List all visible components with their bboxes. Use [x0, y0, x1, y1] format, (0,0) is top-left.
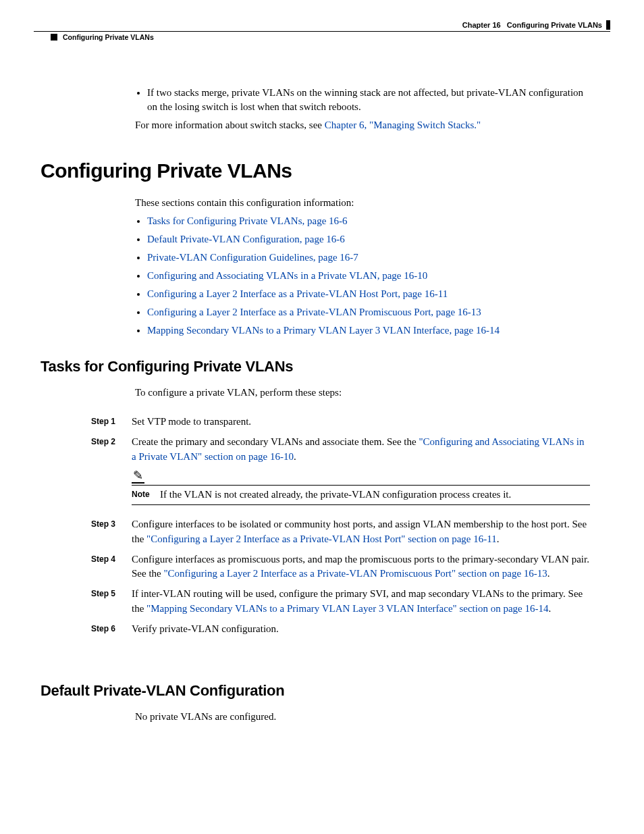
step-label: Step 5 — [91, 587, 132, 617]
header-decor-icon — [606, 20, 610, 30]
section-decor-icon — [51, 34, 57, 41]
step-label: Step 3 — [91, 517, 132, 547]
page-header: Chapter 16 Configuring Private VLANs — [34, 20, 610, 32]
step-label: Step 2 — [91, 435, 132, 512]
section-header: Configuring Private VLANs — [51, 33, 610, 41]
note-icon: ✎ — [132, 469, 144, 484]
step-label: Step 6 — [91, 622, 132, 637]
link-associating[interactable]: Configuring and Associating VLANs in a P… — [147, 270, 427, 281]
heading-default-config: Default Private-VLAN Configuration — [41, 682, 610, 700]
link-mapping[interactable]: Mapping Secondary VLANs to a Primary VLA… — [147, 325, 500, 336]
step-label: Step 1 — [91, 415, 132, 429]
heading-configuring-pvlans: Configuring Private VLANs — [41, 159, 610, 182]
step-row: Step 6 Verify private-VLAN configuration… — [91, 622, 590, 637]
note-label: Note — [132, 488, 160, 502]
step-body: Verify private-VLAN configuration. — [132, 622, 590, 637]
step-row: Step 2 Create the primary and secondary … — [91, 435, 590, 512]
intro-bullet: If two stacks merge, private VLANs on th… — [147, 86, 590, 114]
steps-list: Step 1 Set VTP mode to transparent. Step… — [91, 415, 590, 636]
step-body: Configure interfaces to be isolated or c… — [132, 517, 590, 547]
step-label: Step 4 — [91, 552, 132, 582]
heading-tasks: Tasks for Configuring Private VLANs — [41, 358, 610, 375]
intro-bullet-list: If two stacks merge, private VLANs on th… — [135, 86, 590, 114]
step-row: Step 5 If inter-VLAN routing will be use… — [91, 587, 590, 617]
more-info-paragraph: For more information about switch stacks… — [135, 118, 590, 132]
link-step4[interactable]: "Configuring a Layer 2 Interface as a Pr… — [163, 568, 547, 579]
link-default-config[interactable]: Default Private-VLAN Configuration, page… — [147, 234, 345, 244]
link-managing-stacks[interactable]: Chapter 6, "Managing Switch Stacks." — [325, 120, 481, 130]
link-promiscuous[interactable]: Configuring a Layer 2 Interface as a Pri… — [147, 307, 481, 317]
step-row: Step 3 Configure interfaces to be isolat… — [91, 517, 590, 547]
chapter-number: Chapter 16 — [462, 21, 501, 29]
sections-intro: These sections contain this configuratio… — [135, 196, 590, 210]
step-row: Step 4 Configure interfaces as promiscuo… — [91, 552, 590, 582]
link-host-port[interactable]: Configuring a Layer 2 Interface as a Pri… — [147, 288, 448, 299]
step-body: Set VTP mode to transparent. — [132, 415, 590, 429]
section-links-list: Tasks for Configuring Private VLANs, pag… — [135, 214, 590, 338]
step-row: Step 1 Set VTP mode to transparent. — [91, 415, 590, 429]
link-step5[interactable]: "Mapping Secondary VLANs to a Primary VL… — [146, 603, 548, 614]
step-body: Configure interfaces as promiscuous port… — [132, 552, 590, 582]
link-step3[interactable]: "Configuring a Layer 2 Interface as a Pr… — [146, 533, 497, 544]
section-title: Configuring Private VLANs — [63, 33, 154, 41]
link-tasks[interactable]: Tasks for Configuring Private VLANs, pag… — [147, 215, 348, 226]
note-body: If the VLAN is not created already, the … — [160, 488, 511, 502]
step-body: If inter-VLAN routing will be used, conf… — [132, 587, 590, 617]
note-block: ✎ Note If the VLAN is not created alread… — [132, 469, 590, 505]
chapter-title: Configuring Private VLANs — [507, 21, 602, 29]
step-body: Create the primary and secondary VLANs a… — [132, 435, 590, 512]
default-config-body: No private VLANs are configured. — [135, 710, 590, 724]
link-guidelines[interactable]: Private-VLAN Configuration Guidelines, p… — [147, 252, 358, 263]
tasks-intro: To configure a private VLAN, perform the… — [135, 386, 590, 400]
